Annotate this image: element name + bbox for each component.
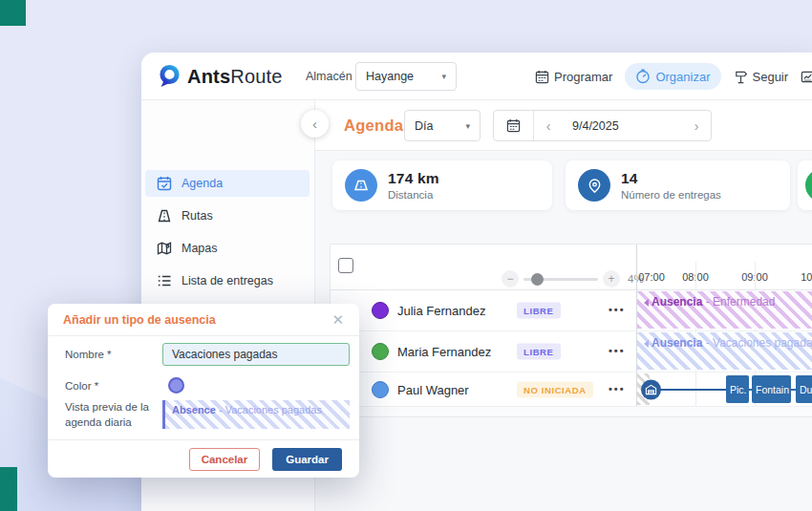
menu-item-organizar[interactable]: Organizar [625,63,720,90]
sidebar-item-mapas[interactable]: Mapas [145,235,310,262]
select-all-checkbox[interactable] [338,258,353,273]
previous-day-button[interactable]: ‹ [534,111,563,140]
sidebar-item-lista-de-entregas[interactable]: Lista de entregas [145,267,310,294]
close-icon[interactable]: ✕ [331,312,344,327]
driver-avatar [372,302,389,319]
add-absence-type-modal: Añadir un tipo de ausencia ✕ Nombre * Co… [48,304,359,478]
driver-row-maria-fernandez[interactable]: Maria Fernandez LIBRE ••• Ausencia - Vac… [331,331,812,373]
status-badge: LIBRE [517,344,561,360]
sidebar-item-label: Rutas [182,209,213,223]
minus-icon: − [506,272,513,286]
menu-item-seguir[interactable]: Seguir [734,70,789,84]
driver-row-paul-wagner[interactable]: Paul Wagner NO INICIADA ••• Pic. Fontain… [331,373,812,407]
current-date[interactable]: 9/4/2025 [563,111,682,140]
timeline-zoom-control: − + 4% [502,270,644,287]
cancel-button[interactable]: Cancelar [189,448,261,471]
warehouse-selected-value: Hayange [366,70,414,83]
zoom-out-button[interactable]: − [502,270,519,287]
menu-item-analizar[interactable]: Analizar [801,70,812,84]
chart-icon [801,70,812,84]
chevron-left-icon: ‹ [546,118,551,134]
teal-corner-decor-top [0,0,26,26]
warehouse-label: Almacén [306,70,353,83]
route-stop[interactable]: Pic. [726,375,749,403]
absence-preview-strip: Absence - Vacaciones pagadas [162,400,350,429]
color-swatch[interactable] [168,377,184,394]
menu-item-label: Seguir [753,70,789,84]
next-day-button[interactable]: › [682,111,711,140]
driver-name: Paul Wagner [397,382,469,396]
zoom-in-button[interactable]: + [603,270,620,287]
road-icon [157,208,172,224]
map-pin-icon [578,169,610,202]
logo-text: AntsRoute [187,66,283,88]
stat-card-partial [798,160,812,210]
antsroute-logo: AntsRoute [157,64,283,89]
absence-title: Ausencia [652,336,702,350]
chevron-down-icon: ▾ [441,72,446,81]
driver-avatar [372,381,389,398]
absence-block[interactable]: Ausencia - Enfermedad [637,291,812,329]
zoom-slider[interactable] [524,278,598,281]
stat-value: 14 [621,170,721,187]
status-badge: LIBRE [517,303,561,319]
stat-green-icon [805,169,812,202]
route-stop[interactable]: Fontain [752,375,791,403]
chevron-down-icon: ▾ [465,121,470,131]
chevron-left-icon: ‹ [312,116,317,132]
calendar-icon [506,118,521,133]
gauge-icon [635,69,651,84]
driver-name: Julia Fernandez [397,304,486,318]
logo-text-regular: Route [230,66,282,87]
row-menu-button[interactable]: ••• [609,304,626,315]
teal-corner-decor-bottom [0,467,17,511]
driver-row-julia-fernandez[interactable]: Julia Fernandez LIBRE ••• Ausencia - Enf… [331,290,812,331]
calendar-icon [535,70,549,84]
name-input[interactable] [162,343,350,366]
collapse-sidebar-button[interactable]: ‹ [301,110,329,138]
absence-block[interactable]: Ausencia - Vacaciones pagadas [637,332,812,370]
schedule-header: − + 4% 07:00 08:00 09:00 10:00 [331,245,812,290]
preview-field-label: Vista previa de la agenda diaria [65,400,149,430]
antsroute-logo-icon [157,64,182,89]
row-menu-button[interactable]: ••• [609,345,626,356]
stat-card-deliveries: 14 Número de entregas [566,160,790,210]
date-navigator: ‹ 9/4/2025 › [493,110,712,141]
modal-title: Añadir un tipo de ausencia [63,313,216,327]
logo-text-bold: Ants [187,66,230,87]
chevron-right-icon: › [694,118,699,134]
zoom-slider-knob[interactable] [531,273,544,286]
resize-handle-icon [644,299,649,307]
absence-type: - Vacaciones pagadas [702,336,812,350]
top-navbar: AntsRoute Almacén Hayange ▾ Programar [141,53,812,100]
row-menu-button[interactable]: ••• [609,383,626,394]
sidebar-item-agenda[interactable]: Agenda [145,170,310,197]
driver-name: Maria Fernandez [397,345,491,359]
status-badge: NO INICIADA [517,381,593,397]
menu-item-label: Programar [554,70,612,84]
view-select[interactable]: Día ▾ [404,110,481,141]
color-field-label: Color * [65,379,98,394]
content-area: ‹ Agenda Día ▾ ‹ 9/4/2025 › [315,100,812,511]
menu-item-programar[interactable]: Programar [535,70,612,84]
calendar-picker-button[interactable] [494,111,534,140]
road-distance-icon [345,169,377,202]
sidebar-item-label: Agenda [182,177,223,190]
route-stop[interactable]: Dur [796,375,812,403]
warehouse-select[interactable]: Hayange ▾ [355,62,457,91]
view-selected-value: Día [415,119,433,133]
calendar-check-icon [157,176,172,191]
modal-footer: Cancelar Guardar [48,439,359,478]
absence-title: Ausencia [652,295,702,309]
stat-label: Número de entregas [621,189,721,201]
sidebar-item-label: Lista de entregas [182,274,273,287]
list-icon [157,273,172,288]
preview-bold-text: Absence [172,404,216,415]
resize-handle-icon [644,340,649,348]
signpost-icon [734,70,748,84]
save-button[interactable]: Guardar [272,448,342,471]
preview-label-line1: Vista previa de la [65,400,149,415]
time-tick: 10:00 [793,271,812,283]
sidebar-item-rutas[interactable]: Rutas [145,202,310,229]
menu-item-label: Organizar [655,70,710,84]
